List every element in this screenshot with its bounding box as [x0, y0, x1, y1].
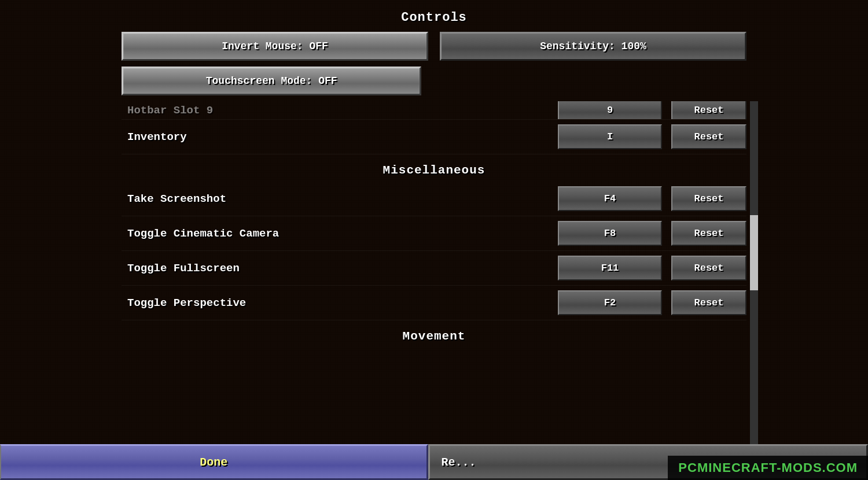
take-screenshot-reset[interactable]: Reset: [671, 186, 746, 211]
sensitivity-button[interactable]: Sensitivity: 100%: [440, 32, 746, 61]
toggle-cinematic-label: Toggle Cinematic Camera: [122, 227, 558, 240]
toggle-cinematic-key[interactable]: F8: [558, 221, 662, 246]
toggle-perspective-label: Toggle Perspective: [122, 297, 558, 309]
touchscreen-button[interactable]: Touchscreen Mode: OFF: [122, 67, 421, 95]
toggle-perspective-key[interactable]: F2: [558, 290, 662, 315]
hotbar-slot-9-row: Hotbar Slot 9 9 Reset: [122, 101, 746, 120]
watermark: PCMINECRAFT-MODS.COM: [668, 456, 868, 480]
toggle-cinematic-row: Toggle Cinematic Camera F8 Reset: [122, 216, 746, 251]
toggle-cinematic-reset[interactable]: Reset: [671, 221, 746, 246]
inventory-key[interactable]: I: [558, 124, 662, 149]
watermark-text: PCMINECRAFT-MODS.COM: [678, 460, 858, 475]
second-button-row: Touchscreen Mode: OFF: [122, 67, 746, 95]
toggle-perspective-reset[interactable]: Reset: [671, 290, 746, 315]
take-screenshot-label: Take Screenshot: [122, 193, 558, 205]
inventory-row: Inventory I Reset: [122, 120, 746, 154]
toggle-fullscreen-label: Toggle Fullscreen: [122, 262, 558, 275]
scroll-area: Hotbar Slot 9 9 Reset Inventory I Reset …: [87, 101, 781, 480]
take-screenshot-row: Take Screenshot F4 Reset: [122, 182, 746, 216]
inventory-reset[interactable]: Reset: [671, 124, 746, 149]
scrollbar-thumb[interactable]: [750, 215, 758, 290]
hotbar-slot-9-key[interactable]: 9: [558, 101, 662, 120]
scrollbar-track[interactable]: [750, 101, 758, 480]
movement-header: Movement: [122, 320, 746, 348]
hotbar-slot-9-label: Hotbar Slot 9: [122, 104, 558, 117]
invert-mouse-button[interactable]: Invert Mouse: OFF: [122, 32, 428, 61]
main-container: Controls Invert Mouse: OFF Sensitivity: …: [0, 0, 868, 480]
toggle-fullscreen-key[interactable]: F11: [558, 256, 662, 280]
hotbar-slot-9-reset[interactable]: Reset: [671, 101, 746, 120]
controls-title: Controls: [122, 10, 746, 25]
take-screenshot-key[interactable]: F4: [558, 186, 662, 211]
toggle-perspective-row: Toggle Perspective F2 Reset: [122, 286, 746, 320]
inventory-label: Inventory: [122, 131, 558, 143]
toggle-fullscreen-reset[interactable]: Reset: [671, 256, 746, 280]
done-button[interactable]: Done: [0, 444, 428, 480]
controls-section: Controls Invert Mouse: OFF Sensitivity: …: [87, 0, 781, 101]
miscellaneous-header: Miscellaneous: [122, 154, 746, 182]
toggle-fullscreen-row: Toggle Fullscreen F11 Reset: [122, 251, 746, 286]
top-button-row: Invert Mouse: OFF Sensitivity: 100%: [122, 32, 746, 61]
